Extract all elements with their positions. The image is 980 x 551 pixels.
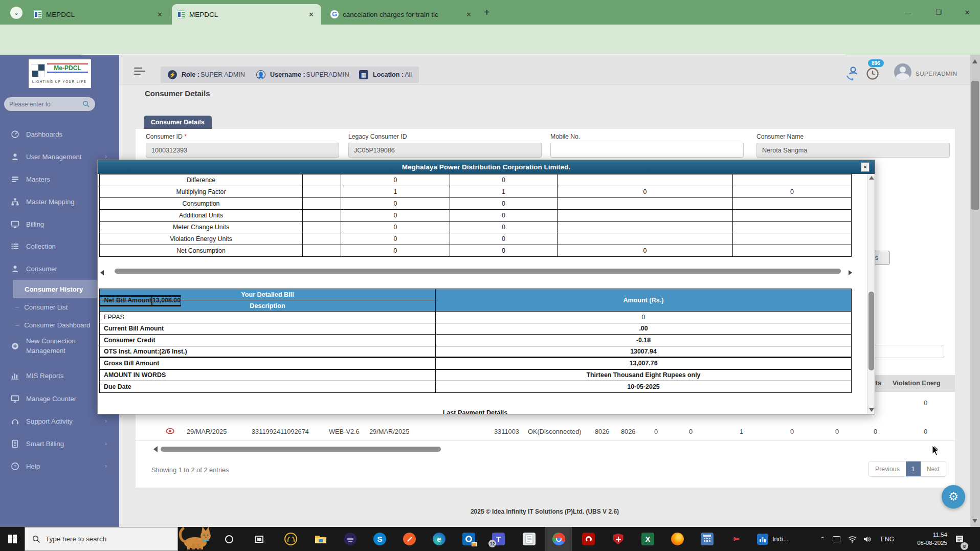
sidebar-item-consumer-history[interactable]: Consumer History — [13, 280, 97, 298]
meter-row-label: Difference — [100, 174, 303, 186]
mobile-input[interactable] — [550, 143, 744, 158]
meter-cell — [733, 210, 852, 222]
sidebar-item-support-activity[interactable]: Support Activity › — [0, 414, 119, 428]
scroll-down-arrow[interactable] — [972, 519, 977, 523]
taskbar-clock[interactable]: 11:54 08-08-2025 — [901, 527, 947, 551]
cortana-icon[interactable] — [222, 527, 236, 551]
tray-device-icon[interactable] — [833, 527, 840, 551]
bill-table-row: Gross Bill Amount13,007.76 — [100, 358, 852, 369]
search-icon[interactable] — [82, 100, 90, 108]
sidebar-toggle-icon[interactable] — [134, 68, 145, 75]
scroll-left-arrow[interactable] — [100, 270, 104, 275]
scroll-up-arrow[interactable] — [869, 176, 874, 180]
sidebar-item-dashboards[interactable]: Dashboards — [0, 127, 119, 141]
window-maximize-button[interactable]: ❐ — [927, 0, 950, 25]
next-page-button[interactable]: Next — [921, 461, 946, 476]
firefox-icon[interactable] — [671, 533, 684, 545]
skype-icon[interactable]: S — [373, 533, 386, 545]
history-cell: 29/MAR/2025 — [369, 428, 409, 435]
language-indicator[interactable]: ENG — [881, 527, 894, 551]
chevron-right-icon: › — [105, 153, 107, 160]
meter-cell: 0 — [450, 174, 558, 186]
previous-page-button[interactable]: Previous — [869, 461, 906, 476]
scroll-right-arrow[interactable] — [849, 270, 852, 275]
notification-count-badge[interactable]: 896 — [868, 59, 884, 67]
document-icon — [11, 439, 19, 448]
monitor-icon — [11, 220, 19, 229]
scroll-down-arrow[interactable] — [869, 408, 874, 412]
history-cell: 29/MAR/2025 — [187, 428, 227, 435]
settings-fab-gear-icon[interactable]: ⚙ — [942, 485, 965, 509]
action-center-badge: 8 — [961, 542, 968, 550]
snipping-tool-icon[interactable]: ✂ — [730, 533, 743, 545]
wifi-icon[interactable] — [848, 527, 857, 551]
volume-icon[interactable] — [863, 527, 872, 551]
tab-search-icon[interactable]: ⌄ — [10, 7, 23, 19]
acrobat-icon[interactable] — [582, 533, 595, 545]
modal-vertical-scrollbar[interactable] — [867, 174, 875, 414]
meter-cell: 1 — [450, 186, 558, 198]
bill-amount: 10-05-2025 — [436, 381, 852, 393]
window-close-button[interactable]: ✕ — [955, 0, 979, 25]
meter-cell: 0 — [341, 245, 450, 257]
browser-tab-3[interactable]: G cancelation charges for train tic ✕ — [325, 4, 479, 25]
security-shield-icon[interactable] — [612, 533, 625, 545]
mepdcl-favicon — [177, 10, 185, 18]
app-icon-paw[interactable] — [284, 533, 297, 545]
sidebar-label: Consumer Dashboard — [24, 321, 90, 329]
detailed-bill-table: Your Detailed Bill Amount (Rs.) Descript… — [99, 289, 852, 393]
teams-icon[interactable]: T 12 — [492, 533, 505, 545]
window-minimize-button[interactable]: — — [896, 0, 920, 25]
tab-close-icon[interactable]: ✕ — [306, 11, 316, 18]
task-view-icon[interactable] — [252, 527, 267, 551]
sidebar-search-input[interactable]: Please enter fo — [4, 97, 95, 111]
view-eye-icon[interactable] — [166, 428, 174, 434]
scrollbar-thumb[interactable] — [115, 269, 841, 274]
eclipse-icon[interactable] — [344, 533, 357, 545]
edge-icon[interactable]: e — [433, 533, 446, 545]
sidebar-item-help[interactable]: ? Help › — [0, 459, 119, 473]
pen-app-icon[interactable] — [403, 533, 416, 545]
user-sync-icon[interactable] — [844, 63, 862, 82]
screen: ⌄ MEPDCL ✕ MEPDCL ✕ G cancelation charge… — [0, 0, 980, 551]
table-horizontal-scrollbar[interactable] — [153, 445, 938, 453]
scrollbar-thumb[interactable] — [161, 447, 441, 452]
tab-close-icon[interactable]: ✕ — [464, 11, 474, 18]
consumer-id-input[interactable]: 1000312393 — [146, 143, 339, 158]
notepad-icon[interactable] — [523, 533, 536, 545]
page-scrollbar[interactable] — [970, 55, 980, 527]
bill-description: AMOUNT IN WORDS — [100, 369, 436, 381]
legacy-id-input[interactable]: JC05P139086 — [348, 143, 542, 158]
mobile-label: Mobile No. — [550, 133, 580, 140]
calculator-icon[interactable] — [701, 533, 714, 545]
tray-expand-icon[interactable]: ⌃ — [820, 527, 825, 551]
bill-table-row: AMOUNT IN WORDSThirteen Thousand Eight R… — [100, 369, 852, 381]
tab-close-icon[interactable]: ✕ — [155, 11, 165, 18]
start-button[interactable] — [0, 527, 25, 551]
sidebar-label: Dashboards — [26, 130, 62, 138]
outlook-icon[interactable] — [462, 533, 475, 545]
user-avatar[interactable] — [894, 63, 911, 81]
browser-tab-2-active[interactable]: MEPDCL ✕ — [172, 4, 321, 25]
new-tab-button[interactable]: + — [484, 7, 490, 17]
consumer-details-tab[interactable]: Consumer Details — [144, 116, 212, 129]
taskbar-search-input[interactable]: Type here to search — [25, 527, 178, 551]
scroll-up-arrow[interactable] — [972, 59, 977, 63]
scrollbar-thumb[interactable] — [971, 81, 979, 210]
action-center-icon[interactable]: 8 — [955, 527, 965, 551]
excel-icon[interactable]: X — [641, 533, 654, 545]
chrome-icon[interactable] — [552, 533, 565, 545]
consumer-name-input[interactable]: Nerota Sangma — [756, 143, 950, 158]
sidebar-item-smart-billing[interactable]: Smart Billing › — [0, 436, 119, 451]
logo-mark — [32, 64, 45, 77]
history-clock-icon[interactable] — [865, 67, 880, 81]
current-page-button[interactable]: 1 — [906, 461, 921, 476]
modal-close-icon[interactable]: ✕ — [861, 162, 870, 172]
browser-tab-1[interactable]: MEPDCL ✕ — [29, 4, 170, 25]
username-value: SUPERADMIN — [306, 71, 349, 78]
scrollbar-thumb[interactable] — [868, 292, 874, 370]
scroll-left-arrow[interactable] — [153, 446, 158, 452]
news-widget[interactable]: Indi... — [757, 527, 803, 551]
sidebar-label: Support Activity — [26, 417, 73, 425]
file-explorer-icon[interactable] — [314, 533, 327, 545]
